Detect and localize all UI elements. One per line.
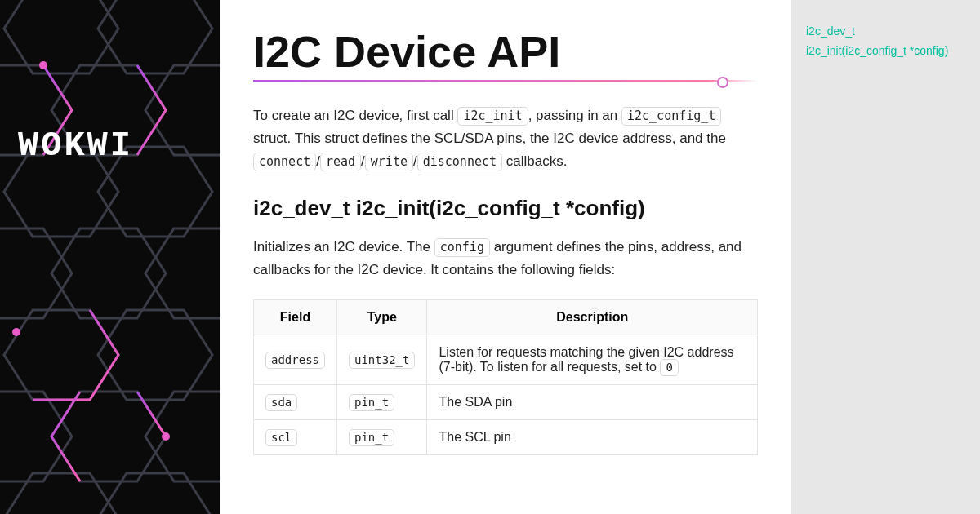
svg-marker-4 — [145, 65, 220, 155]
svg-marker-15 — [4, 473, 118, 514]
table-of-contents: i2c_dev_t i2c_init(i2c_config_t *config) — [791, 0, 980, 514]
code-connect: connect — [253, 153, 316, 171]
cell-type: pin_t — [349, 394, 394, 411]
cell-description: Listen for requests matching the given I… — [427, 335, 758, 385]
text: / — [413, 153, 417, 169]
sidebar: WOKWI — [0, 0, 220, 514]
svg-marker-11 — [98, 310, 212, 400]
cell-field: address — [265, 352, 325, 369]
main-content: I2C Device API To create an I2C device, … — [220, 0, 791, 514]
page-title: I2C Device API — [253, 26, 758, 77]
toc-link[interactable]: i2c_init(i2c_config_t *config) — [806, 42, 965, 60]
cell-description: The SCL pin — [427, 420, 758, 455]
fields-table: Field Type Description address uint32_t … — [253, 299, 758, 455]
text: , passing in an — [528, 108, 621, 123]
intro-paragraph: To create an I2C device, first call i2c_… — [253, 104, 758, 173]
svg-point-18 — [12, 328, 20, 336]
th-type: Type — [337, 300, 427, 335]
text: Initializes an I2C device. The — [253, 239, 434, 255]
text: To create an I2C device, first call — [253, 108, 457, 123]
table-row: sda pin_t The SDA pin — [254, 385, 758, 420]
code-i2c-config-t: i2c_config_t — [621, 107, 721, 126]
cell-type: pin_t — [349, 429, 394, 446]
th-description: Description — [427, 300, 758, 335]
th-field: Field — [254, 300, 337, 335]
svg-point-17 — [39, 61, 47, 69]
svg-marker-16 — [98, 473, 212, 514]
table-row: scl pin_t The SCL pin — [254, 420, 758, 455]
cell-type: uint32_t — [349, 352, 415, 369]
section-heading-i2c-init: i2c_dev_t i2c_init(i2c_config_t *config) — [253, 196, 758, 221]
code-write: write — [365, 153, 413, 171]
svg-marker-8 — [51, 228, 166, 318]
svg-marker-1 — [98, 0, 212, 73]
svg-marker-7 — [0, 228, 72, 318]
toc-link[interactable]: i2c_dev_t — [806, 23, 965, 41]
code-config: config — [434, 238, 490, 257]
code-read: read — [320, 153, 361, 171]
svg-point-19 — [162, 432, 170, 441]
svg-marker-0 — [4, 0, 118, 73]
svg-marker-14 — [145, 392, 220, 481]
text: struct. This struct defines the SCL/SDA … — [253, 131, 726, 146]
svg-marker-12 — [0, 392, 72, 481]
cell-field: scl — [265, 429, 297, 446]
code-i2c-init: i2c_init — [457, 107, 528, 126]
text: Listen for requests matching the given I… — [439, 345, 733, 374]
cell-field: sda — [265, 394, 297, 411]
section-paragraph: Initializes an I2C device. The config ar… — [253, 236, 758, 281]
svg-marker-13 — [51, 392, 166, 481]
logo[interactable]: WOKWI — [18, 126, 133, 166]
code-disconnect: disconnect — [417, 153, 502, 171]
text: callbacks. — [502, 153, 567, 169]
code-zero: 0 — [660, 359, 678, 376]
cell-description: The SDA pin — [427, 385, 758, 420]
hexagon-background — [0, 0, 220, 514]
svg-marker-9 — [145, 228, 220, 318]
svg-marker-10 — [4, 310, 118, 400]
table-row: address uint32_t Listen for requests mat… — [254, 335, 758, 385]
title-underline — [253, 80, 758, 82]
